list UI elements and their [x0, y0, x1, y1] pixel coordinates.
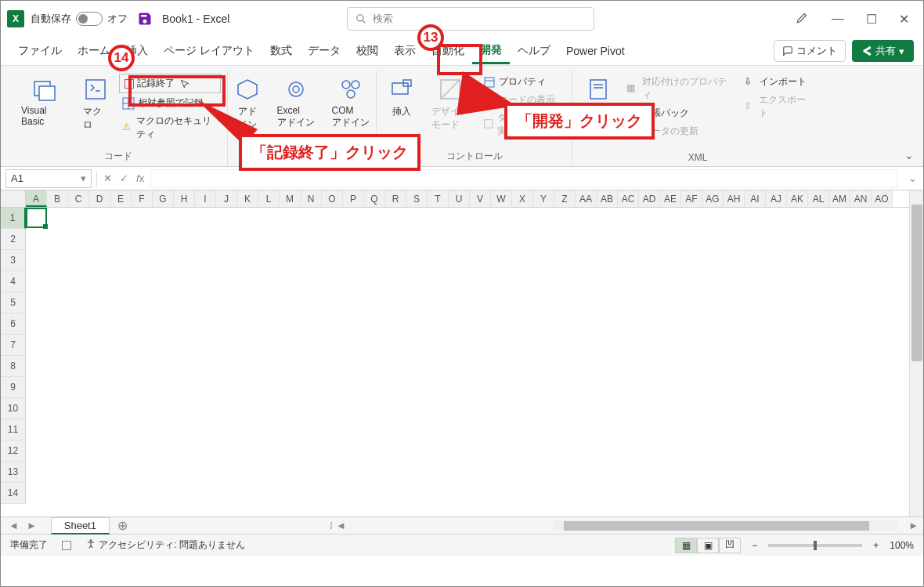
enter-formula-icon[interactable]: ✓ [120, 172, 128, 184]
column-header[interactable]: P [343, 190, 364, 207]
column-header[interactable]: AK [787, 190, 808, 207]
column-header[interactable]: D [89, 190, 110, 207]
row-header[interactable]: 2 [1, 229, 26, 250]
row-header[interactable]: 14 [1, 483, 26, 504]
insert-control-button[interactable]: 挿入 [383, 74, 420, 121]
share-button[interactable]: 共有 ▾ [852, 40, 914, 62]
column-header[interactable]: J [216, 190, 237, 207]
accessibility-status[interactable]: アクセシビリティ: 問題ありません [85, 538, 245, 552]
autosave-toggle[interactable]: 自動保存 オフ [31, 12, 128, 26]
column-header[interactable]: O [322, 190, 343, 207]
column-header[interactable]: AJ [766, 190, 787, 207]
ribbon-collapse-icon[interactable]: ⌄ [904, 149, 914, 161]
hscroll-left-icon[interactable]: ⁞ ◄ [330, 520, 350, 531]
column-header[interactable]: Y [533, 190, 554, 207]
row-header[interactable]: 11 [1, 419, 26, 440]
column-header[interactable]: G [153, 190, 174, 207]
column-header[interactable]: I [195, 190, 216, 207]
tab-review[interactable]: 校閲 [348, 39, 386, 63]
toggle-switch-icon[interactable] [76, 12, 103, 26]
vertical-scrollbar[interactable] [909, 190, 923, 516]
column-header[interactable]: AG [702, 190, 724, 207]
column-header[interactable]: S [406, 190, 428, 207]
search-box[interactable]: 検索 [347, 7, 594, 31]
ink-icon[interactable] [796, 10, 810, 27]
maximize-icon[interactable]: ☐ [866, 12, 877, 27]
row-header[interactable]: 10 [1, 398, 26, 419]
cells-area[interactable] [26, 208, 923, 504]
close-icon[interactable]: ✕ [899, 12, 909, 27]
column-header[interactable]: AN [850, 190, 872, 207]
formula-input[interactable] [150, 169, 897, 188]
column-header[interactable]: AB [597, 190, 618, 207]
column-header[interactable]: A [26, 190, 47, 207]
horizontal-scrollbar[interactable] [553, 520, 897, 531]
tab-pagelayout[interactable]: ページ レイアウト [156, 39, 262, 63]
column-header[interactable]: V [470, 190, 491, 207]
zoom-in-icon[interactable]: + [873, 540, 879, 551]
tab-file[interactable]: ファイル [10, 39, 70, 63]
comments-button[interactable]: コメント [774, 40, 846, 62]
cancel-formula-icon[interactable]: ✕ [103, 172, 112, 184]
export-button[interactable]: ⇧ エクスポート [741, 92, 817, 121]
column-header[interactable]: AH [724, 190, 745, 207]
macro-record-status-icon[interactable] [62, 541, 71, 550]
column-header[interactable]: W [491, 190, 512, 207]
column-header[interactable]: AL [808, 190, 829, 207]
select-all-corner[interactable] [1, 190, 26, 207]
save-icon[interactable] [137, 11, 153, 27]
row-header[interactable]: 1 [1, 208, 26, 229]
spreadsheet-grid[interactable]: ABCDEFGHIJKLMNOPQRSTUVWXYZAAABACADAEAFAG… [1, 190, 923, 516]
column-header[interactable]: N [301, 190, 322, 207]
com-addins-button[interactable]: COM アドイン [326, 74, 376, 132]
zoom-slider[interactable] [768, 544, 862, 547]
column-header[interactable]: AI [745, 190, 766, 207]
chevron-down-icon[interactable]: ▾ [81, 172, 86, 184]
fx-icon[interactable]: fx [136, 172, 144, 184]
column-header[interactable]: AF [681, 190, 702, 207]
hscroll-right-icon[interactable]: ► [904, 520, 923, 531]
column-header[interactable]: AA [576, 190, 597, 207]
column-header[interactable]: U [449, 190, 470, 207]
row-header[interactable]: 7 [1, 335, 26, 356]
minimize-icon[interactable]: ― [832, 12, 844, 26]
visual-basic-button[interactable]: Visual Basic [15, 74, 72, 130]
column-header[interactable]: Z [554, 190, 576, 207]
column-header[interactable]: AO [872, 190, 893, 207]
scroll-thumb[interactable] [911, 205, 922, 361]
sheet-tab-active[interactable]: Sheet1 [51, 517, 110, 534]
scroll-thumb[interactable] [564, 521, 869, 531]
view-pagelayout-icon[interactable]: ▣ [697, 538, 719, 553]
column-header[interactable]: B [47, 190, 68, 207]
map-properties-button[interactable]: ▦ 対応付けのプロパティ [623, 74, 736, 103]
view-normal-icon[interactable]: ▦ [675, 538, 697, 553]
column-header[interactable]: L [258, 190, 280, 207]
column-header[interactable]: AC [618, 190, 639, 207]
row-header[interactable]: 8 [1, 356, 26, 377]
column-header[interactable]: AE [660, 190, 681, 207]
import-button[interactable]: ⇩ インポート [741, 74, 817, 90]
column-header[interactable]: T [428, 190, 449, 207]
sheet-prev-icon[interactable]: ◄ [9, 520, 19, 531]
column-header[interactable]: AD [639, 190, 660, 207]
tab-formulas[interactable]: 数式 [262, 39, 300, 63]
column-header[interactable]: H [174, 190, 195, 207]
column-header[interactable]: AM [829, 190, 850, 207]
tab-data[interactable]: データ [300, 39, 348, 63]
row-header[interactable]: 4 [1, 271, 26, 292]
column-header[interactable]: C [68, 190, 89, 207]
row-header[interactable]: 5 [1, 292, 26, 313]
row-header[interactable]: 12 [1, 440, 26, 462]
column-header[interactable]: Q [364, 190, 385, 207]
column-header[interactable]: R [385, 190, 406, 207]
column-header[interactable]: K [237, 190, 258, 207]
name-box[interactable]: A1 ▾ [5, 169, 92, 188]
macros-button[interactable]: マクロ [77, 74, 114, 135]
tab-powerpivot[interactable]: Power Pivot [558, 40, 633, 62]
sheet-next-icon[interactable]: ► [27, 520, 37, 531]
formula-expand-icon[interactable]: ⌄ [902, 172, 923, 184]
tab-help[interactable]: ヘルプ [510, 39, 558, 63]
column-header[interactable]: F [132, 190, 153, 207]
row-header[interactable]: 9 [1, 377, 26, 398]
zoom-out-icon[interactable]: − [752, 540, 757, 551]
